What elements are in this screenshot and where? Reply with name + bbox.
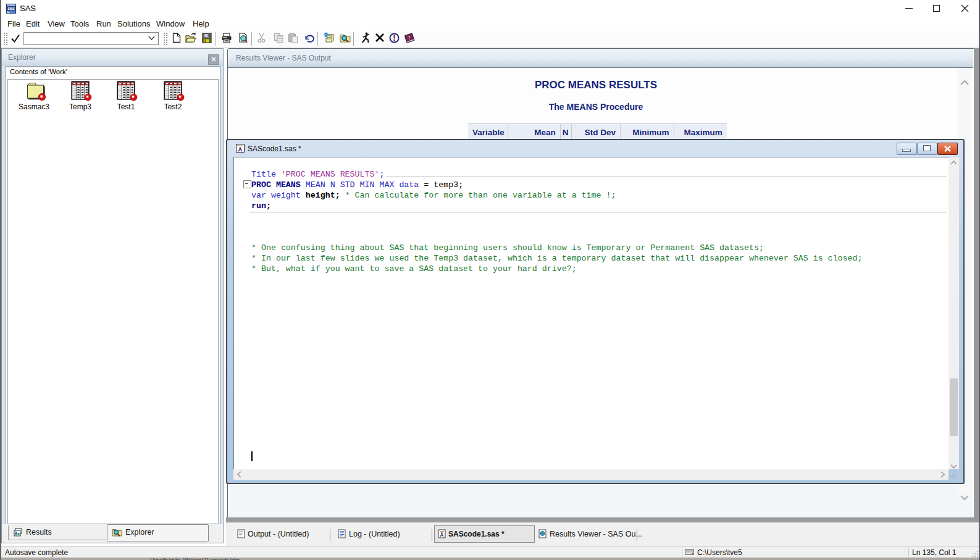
svg-text:sas: sas [7,6,15,10]
